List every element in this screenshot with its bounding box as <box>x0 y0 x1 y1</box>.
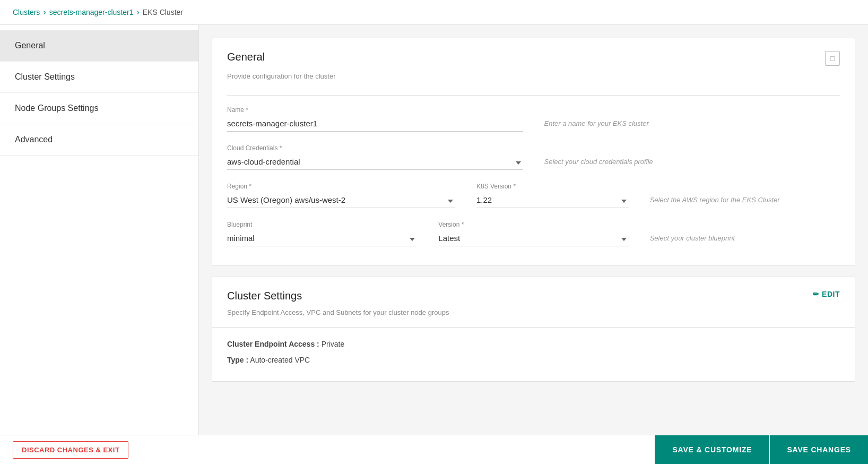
region-select-wrap: US West (Oregon) aws/us-west-2 <box>227 192 455 208</box>
sidebar-item-cluster-settings[interactable]: Cluster Settings <box>0 62 198 93</box>
general-section-title: General <box>227 51 265 63</box>
type-label: Type : <box>227 356 248 364</box>
version-select[interactable]: Latest <box>438 230 628 246</box>
sidebar-item-node-groups-settings[interactable]: Node Groups Settings <box>0 93 198 124</box>
sidebar-item-advanced[interactable]: Advanced <box>0 124 198 156</box>
cloud-credentials-hint: Select your cloud credentials profile <box>544 158 840 170</box>
general-section-subtitle: Provide configuration for the cluster <box>212 70 855 91</box>
footer-left: DISCARD CHANGES & EXIT <box>0 435 141 464</box>
name-label: Name * <box>227 106 523 114</box>
sidebar-item-general[interactable]: General <box>0 30 198 62</box>
name-row: Name * Enter a name for your EKS cluster <box>227 106 840 132</box>
region-k8s-row: Region * US West (Oregon) aws/us-west-2 … <box>227 183 840 208</box>
cluster-settings-section-subtitle: Specify Endpoint Access, VPC and Subnets… <box>212 306 855 327</box>
k8s-version-select[interactable]: 1.22 <box>476 192 629 208</box>
cluster-settings-section-card: Cluster Settings ✏ EDIT Specify Endpoint… <box>212 277 855 382</box>
general-section-card: General □ Provide configuration for the … <box>212 38 855 266</box>
endpoint-access-line: Cluster Endpoint Access : Private <box>227 338 840 350</box>
cluster-settings-section-header: Cluster Settings ✏ EDIT <box>212 277 855 306</box>
name-group: Name * <box>227 106 523 132</box>
cloud-credentials-select-wrap: aws-cloud-credential <box>227 154 523 170</box>
cloud-credentials-label: Cloud Credentials * <box>227 144 523 152</box>
breadcrumb-clusters-link[interactable]: Clusters <box>13 8 40 16</box>
version-select-wrap: Latest <box>438 230 628 246</box>
discard-changes-button[interactable]: DISCARD CHANGES & EXIT <box>13 441 128 459</box>
general-section-title-wrap: General <box>227 51 265 63</box>
edit-cluster-settings-button[interactable]: ✏ EDIT <box>813 290 840 298</box>
blueprint-hint: Select your cluster blueprint <box>650 234 840 246</box>
cloud-credentials-row: Cloud Credentials * aws-cloud-credential… <box>227 144 840 170</box>
k8s-version-label: K8S Version * <box>476 183 629 190</box>
expand-icon[interactable]: □ <box>825 51 840 66</box>
name-hint: Enter a name for your EKS cluster <box>544 119 840 132</box>
save-changes-button[interactable]: SAVE CHANGES <box>769 435 868 464</box>
region-select[interactable]: US West (Oregon) aws/us-west-2 <box>227 192 455 208</box>
version-label: Version * <box>438 221 628 228</box>
version-group: Version * Latest <box>438 221 628 246</box>
blueprint-label: Blueprint <box>227 221 417 228</box>
general-section-header: General □ <box>212 38 855 70</box>
region-group: Region * US West (Oregon) aws/us-west-2 <box>227 183 455 208</box>
endpoint-label: Cluster Endpoint Access : <box>227 340 319 348</box>
form-divider-1 <box>227 95 840 96</box>
breadcrumb: Clusters › secrets-manager-cluster1 › EK… <box>0 0 868 25</box>
general-form-body: Name * Enter a name for your EKS cluster… <box>212 91 855 265</box>
region-label: Region * <box>227 183 455 190</box>
blueprint-group: Blueprint minimal <box>227 221 417 246</box>
content-area: General □ Provide configuration for the … <box>199 25 868 435</box>
blueprint-select[interactable]: minimal <box>227 230 417 246</box>
type-value: Auto-created VPC <box>250 356 310 364</box>
cluster-settings-section-title: Cluster Settings <box>227 290 302 302</box>
breadcrumb-sep1: › <box>43 7 46 17</box>
blueprint-select-wrap: minimal <box>227 230 417 246</box>
breadcrumb-page-name: EKS Cluster <box>143 8 183 16</box>
pencil-icon: ✏ <box>813 290 820 298</box>
name-input[interactable] <box>227 116 523 132</box>
k8s-version-group: K8S Version * 1.22 <box>476 183 629 208</box>
sidebar: General Cluster Settings Node Groups Set… <box>0 25 199 435</box>
region-hint: Select the AWS region for the EKS Cluste… <box>650 196 840 208</box>
cluster-info: Cluster Endpoint Access : Private Type :… <box>212 327 855 381</box>
cloud-credentials-group: Cloud Credentials * aws-cloud-credential <box>227 144 523 170</box>
cloud-credentials-select[interactable]: aws-cloud-credential <box>227 154 523 170</box>
save-customize-button[interactable]: SAVE & CUSTOMIZE <box>655 435 769 464</box>
k8s-version-select-wrap: 1.22 <box>476 192 629 208</box>
blueprint-row: Blueprint minimal Version * Latest <box>227 221 840 246</box>
endpoint-value: Private <box>322 340 345 348</box>
main-layout: General Cluster Settings Node Groups Set… <box>0 25 868 435</box>
footer-right: SAVE & CUSTOMIZE SAVE CHANGES <box>655 435 868 464</box>
breadcrumb-cluster-name-link[interactable]: secrets-manager-cluster1 <box>49 8 134 16</box>
breadcrumb-sep2: › <box>136 7 139 17</box>
type-line: Type : Auto-created VPC <box>227 354 840 366</box>
cluster-settings-title-wrap: Cluster Settings <box>227 290 302 302</box>
footer: DISCARD CHANGES & EXIT SAVE & CUSTOMIZE … <box>0 435 868 464</box>
